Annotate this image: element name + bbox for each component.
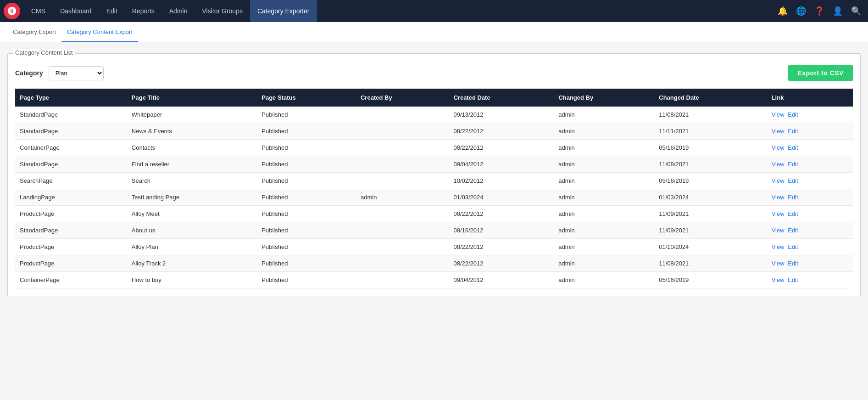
cell-changed-date: 01/10/2024 [654, 239, 767, 255]
nav-visitor-groups[interactable]: Visitor Groups [195, 0, 250, 22]
cell-page-title: Alloy Meet [127, 206, 257, 222]
globe-icon[interactable]: 🌐 [793, 3, 809, 19]
cell-created-date: 08/22/2012 [449, 206, 554, 222]
view-link[interactable]: View [772, 210, 785, 217]
bell-icon[interactable]: 🔔 [774, 3, 791, 19]
cell-changed-by: admin [554, 107, 654, 123]
cell-page-title: Search [127, 173, 257, 189]
cell-page-title: Alloy Plan [127, 239, 257, 255]
cell-page-type: StandardPage [15, 107, 127, 123]
nav-reports[interactable]: Reports [125, 0, 162, 22]
cell-created-by [356, 272, 449, 288]
table-row: LandingPage TestLanding Page Published a… [15, 189, 853, 206]
cell-page-title: News & Events [127, 123, 257, 140]
cell-created-by [356, 222, 449, 239]
edit-link[interactable]: Edit [788, 144, 798, 151]
cell-page-status: Published [257, 123, 356, 140]
cell-link: View Edit [767, 123, 853, 140]
view-link[interactable]: View [772, 144, 785, 151]
cell-created-by [356, 255, 449, 272]
cell-created-by [356, 206, 449, 222]
cell-page-status: Published [257, 239, 356, 255]
col-created-by: Created By [356, 89, 449, 107]
cell-created-date: 01/03/2024 [449, 189, 554, 206]
edit-link[interactable]: Edit [788, 111, 798, 118]
cell-page-status: Published [257, 107, 356, 123]
view-link[interactable]: View [772, 177, 785, 184]
view-link[interactable]: View [772, 161, 785, 168]
cell-changed-date: 11/08/2021 [654, 107, 767, 123]
cell-page-type: ContainerPage [15, 140, 127, 156]
table-row: ProductPage Alloy Track 2 Published 08/2… [15, 255, 853, 272]
view-link[interactable]: View [772, 260, 785, 267]
cell-created-by: admin [356, 189, 449, 206]
table-row: ContainerPage How to buy Published 09/04… [15, 272, 853, 288]
nav-edit[interactable]: Edit [99, 0, 125, 22]
cell-page-status: Published [257, 140, 356, 156]
edit-link[interactable]: Edit [788, 128, 798, 135]
tab-category-export[interactable]: Category Export [7, 22, 61, 42]
cell-page-type: SearchPage [15, 173, 127, 189]
edit-link[interactable]: Edit [788, 161, 798, 168]
view-link[interactable]: View [772, 276, 785, 283]
cell-page-title: Find a reseller [127, 156, 257, 173]
view-link[interactable]: View [772, 243, 785, 250]
nav-cms[interactable]: CMS [24, 0, 53, 22]
cell-page-type: StandardPage [15, 156, 127, 173]
cell-page-type: ContainerPage [15, 272, 127, 288]
view-link[interactable]: View [772, 111, 785, 118]
nav-dashboard[interactable]: Dashboard [53, 0, 99, 22]
cell-page-type: ProductPage [15, 239, 127, 255]
cell-page-title: TestLanding Page [127, 189, 257, 206]
cell-link: View Edit [767, 239, 853, 255]
category-select[interactable]: Plan Meet Track [49, 66, 104, 80]
cell-created-date: 09/04/2012 [449, 156, 554, 173]
user-icon[interactable]: 👤 [829, 3, 846, 19]
cell-changed-date: 01/03/2024 [654, 189, 767, 206]
edit-link[interactable]: Edit [788, 260, 798, 267]
cell-link: View Edit [767, 156, 853, 173]
edit-link[interactable]: Edit [788, 243, 798, 250]
table-row: StandardPage Find a reseller Published 0… [15, 156, 853, 173]
edit-link[interactable]: Edit [788, 276, 798, 283]
table-row: SearchPage Search Published 10/02/2012 a… [15, 173, 853, 189]
cell-changed-by: admin [554, 239, 654, 255]
filter-left: Category Plan Meet Track [15, 66, 104, 80]
cell-link: View Edit [767, 140, 853, 156]
edit-link[interactable]: Edit [788, 227, 798, 234]
table-row: ContainerPage Contacts Published 08/22/2… [15, 140, 853, 156]
cell-page-status: Published [257, 156, 356, 173]
cell-created-date: 09/04/2012 [449, 272, 554, 288]
view-link[interactable]: View [772, 194, 785, 201]
cell-page-type: ProductPage [15, 206, 127, 222]
edit-link[interactable]: Edit [788, 177, 798, 184]
cell-created-date: 10/02/2012 [449, 173, 554, 189]
export-csv-button[interactable]: Export to CSV [788, 65, 853, 81]
cell-changed-by: admin [554, 140, 654, 156]
app-logo[interactable] [4, 3, 20, 19]
view-link[interactable]: View [772, 128, 785, 135]
cell-page-title: About us [127, 222, 257, 239]
table-row: ProductPage Alloy Plan Published 08/22/2… [15, 239, 853, 255]
cell-changed-by: admin [554, 255, 654, 272]
cell-changed-date: 11/08/2021 [654, 255, 767, 272]
nav-category-exporter[interactable]: Category Exporter [250, 0, 317, 22]
edit-link[interactable]: Edit [788, 194, 798, 201]
cell-created-date: 08/22/2012 [449, 140, 554, 156]
nav-right-icons: 🔔 🌐 ❓ 👤 🔍 [774, 3, 864, 19]
cell-changed-date: 05/16/2019 [654, 272, 767, 288]
search-icon[interactable]: 🔍 [848, 3, 864, 19]
cell-changed-by: admin [554, 189, 654, 206]
tab-category-content-export[interactable]: Category Content Export [61, 22, 138, 42]
col-page-title: Page Title [127, 89, 257, 107]
cell-page-type: ProductPage [15, 255, 127, 272]
cell-created-date: 08/22/2012 [449, 255, 554, 272]
edit-link[interactable]: Edit [788, 210, 798, 217]
cell-created-by [356, 156, 449, 173]
view-link[interactable]: View [772, 227, 785, 234]
nav-admin[interactable]: Admin [162, 0, 195, 22]
table-row: StandardPage News & Events Published 08/… [15, 123, 853, 140]
help-icon[interactable]: ❓ [811, 3, 828, 19]
col-page-type: Page Type [15, 89, 127, 107]
cell-page-status: Published [257, 189, 356, 206]
